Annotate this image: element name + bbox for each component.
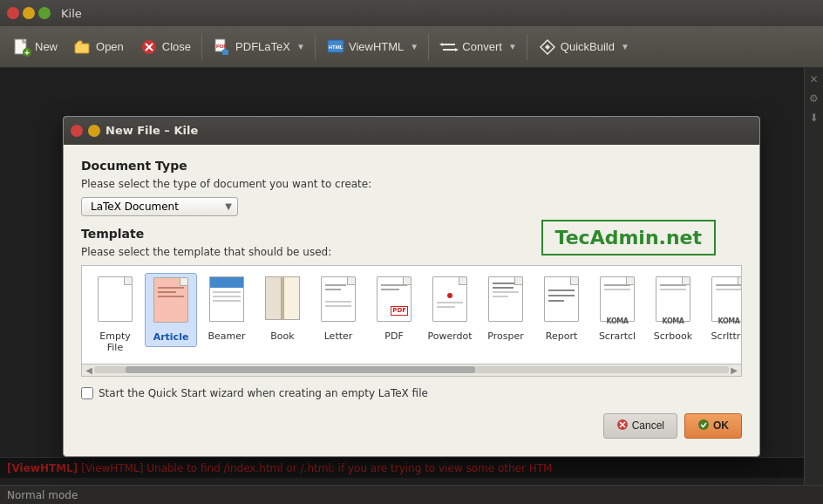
template-book-label: Book	[270, 330, 294, 342]
letter-icon	[317, 276, 359, 327]
book-icon	[262, 276, 303, 327]
pdflatex-icon: PDF	[213, 37, 232, 57]
scrlttr2-icon: KOMA	[708, 276, 742, 327]
dialog-title: New File – Kile	[105, 124, 198, 137]
svg-text:PDF: PDF	[216, 44, 227, 49]
dialog-titlebar: New File – Kile	[64, 117, 759, 145]
viewhtml-icon: HTML	[326, 37, 345, 57]
scrartcl-icon: KOMA	[596, 276, 638, 327]
window-controls	[7, 7, 51, 19]
toolbar: + New Open Close	[0, 26, 823, 68]
template-article[interactable]: Article	[145, 273, 197, 347]
template-scrlttr2-label: Scrlttr2	[711, 330, 742, 342]
template-scroll-thumb[interactable]	[126, 366, 474, 373]
template-pdf-label: PDF	[384, 330, 403, 342]
svg-text:+: +	[24, 48, 30, 57]
quickbuild-button[interactable]: QuickBuild ▼	[531, 31, 636, 63]
open-icon	[73, 37, 92, 57]
template-report[interactable]: Report	[535, 273, 588, 345]
template-grid: Empty File	[81, 265, 742, 364]
new-icon: +	[12, 37, 31, 57]
open-button[interactable]: Open	[66, 31, 131, 63]
quick-start-label[interactable]: Start the Quick Start wizard when creati…	[99, 387, 428, 399]
dialog-minimize-button[interactable]	[88, 125, 100, 137]
window-maximize-button[interactable]	[38, 7, 51, 19]
template-scrartcl[interactable]: KOMA Scrartcl	[591, 273, 643, 345]
article-icon	[150, 277, 192, 328]
powerdot-icon	[429, 276, 471, 327]
cancel-icon	[616, 419, 629, 433]
template-letter-label: Letter	[324, 330, 353, 342]
scroll-right-btn[interactable]: ▶	[729, 365, 739, 375]
convert-dropdown-arrow[interactable]: ▼	[506, 37, 520, 57]
close-label: Close	[162, 40, 191, 53]
separator-4	[527, 34, 527, 60]
template-pdf[interactable]: PDF PDF	[368, 273, 420, 345]
title-bar: Kile	[0, 0, 823, 26]
scrbook-icon: KOMA	[652, 276, 694, 327]
svg-text:HTML: HTML	[329, 44, 343, 50]
window-close-button[interactable]	[7, 7, 19, 19]
template-empty-file[interactable]: Empty File	[89, 273, 141, 357]
separator-3	[428, 34, 429, 60]
template-scrbook[interactable]: KOMA Scrbook	[647, 273, 699, 345]
convert-icon	[439, 37, 459, 57]
new-button[interactable]: + New	[5, 31, 65, 63]
dialog-close-button[interactable]	[71, 125, 83, 137]
template-report-label: Report	[546, 330, 577, 342]
convert-label: Convert	[462, 40, 502, 53]
ok-label: OK	[713, 419, 729, 432]
modal-overlay: New File – Kile Document Type Please sel…	[0, 68, 823, 504]
template-prosper[interactable]: Prosper	[480, 273, 532, 345]
template-scrollbar[interactable]: ◀ ▶	[81, 364, 742, 377]
template-scrbook-label: Scrbook	[654, 330, 692, 342]
watermark-box: TecAdmin.net	[541, 220, 716, 255]
scroll-left-btn[interactable]: ◀	[84, 365, 94, 375]
doc-type-dropdown[interactable]: LaTeX Document ▼	[81, 197, 238, 216]
svg-marker-14	[439, 43, 443, 46]
quick-start-checkbox[interactable]	[81, 387, 93, 399]
close-button[interactable]: Close	[133, 31, 198, 63]
quickbuild-dropdown-arrow[interactable]: ▼	[618, 37, 632, 57]
quickbuild-icon	[538, 37, 557, 57]
template-powerdot[interactable]: Powerdot	[424, 273, 476, 345]
empty-file-icon	[94, 276, 136, 327]
template-beamer-label: Beamer	[207, 330, 245, 342]
open-label: Open	[96, 40, 124, 53]
app-title: Kile	[61, 7, 82, 20]
template-beamer[interactable]: Beamer	[201, 273, 253, 345]
template-scrlttr2[interactable]: KOMA Scrlttr2	[703, 273, 742, 345]
svg-point-18	[698, 419, 709, 430]
beamer-icon	[206, 276, 248, 327]
template-article-label: Article	[153, 331, 189, 343]
pdflatex-button[interactable]: PDF PDFLaTeX ▼	[206, 31, 311, 63]
ok-button[interactable]: OK	[684, 413, 742, 439]
template-letter[interactable]: Letter	[312, 273, 364, 345]
template-powerdot-label: Powerdot	[427, 330, 472, 342]
ok-icon	[697, 419, 710, 433]
pdflatex-dropdown-arrow[interactable]: ▼	[294, 37, 308, 57]
template-prosper-label: Prosper	[487, 330, 523, 342]
cancel-button[interactable]: Cancel	[603, 413, 677, 439]
dialog-buttons: Cancel OK	[81, 413, 742, 442]
doc-type-heading: Document Type	[81, 159, 742, 173]
template-empty-label: Empty File	[94, 330, 136, 353]
new-file-dialog: New File – Kile Document Type Please sel…	[63, 116, 760, 457]
quickbuild-label: QuickBuild	[561, 40, 615, 53]
quick-start-row: Start the Quick Start wizard when creati…	[81, 387, 742, 399]
viewhtml-button[interactable]: HTML ViewHTML ▼	[319, 31, 425, 63]
close-icon	[139, 37, 159, 57]
viewhtml-dropdown-arrow[interactable]: ▼	[407, 37, 421, 57]
doc-type-value: LaTeX Document	[91, 201, 179, 213]
pdf-icon: PDF	[373, 276, 415, 327]
window-minimize-button[interactable]	[23, 7, 35, 19]
svg-rect-3	[75, 44, 89, 53]
template-scroll-track[interactable]	[94, 366, 729, 373]
template-book[interactable]: Book	[256, 273, 309, 345]
content-area: [ViewHTML] [ViewHTML] Unable to find /in…	[0, 68, 823, 504]
document-type-section: Document Type Please select the type of …	[81, 159, 742, 216]
dialog-content: Document Type Please select the type of …	[64, 145, 759, 456]
convert-button[interactable]: Convert ▼	[432, 31, 523, 63]
pdflatex-label: PDFLaTeX	[235, 40, 290, 53]
doc-type-arrow-icon: ▼	[225, 201, 232, 211]
